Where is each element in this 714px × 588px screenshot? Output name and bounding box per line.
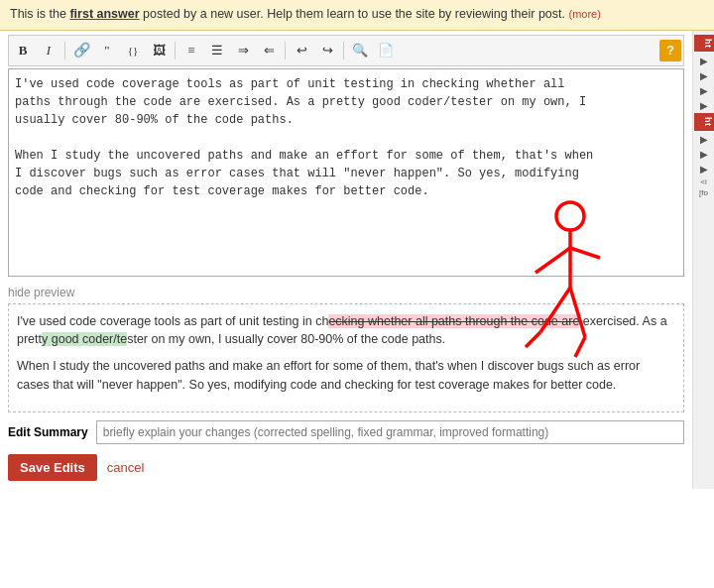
cancel-link[interactable]: cancel: [107, 460, 145, 475]
content-wrapper: B I 🔗 " {} 🖼 ≡ ☰ ⇒ ⇐ ↩ ↪ 🔍 📄 ? I've used…: [0, 31, 714, 489]
sidebar-arrow-3[interactable]: ▶: [695, 83, 713, 97]
preview-p1-strikethrough: ecking whether all paths through the cod…: [328, 314, 579, 328]
sidebar-arrow-7[interactable]: ▶: [695, 163, 713, 176]
sidebar-text-1: <i: [700, 177, 706, 186]
toolbar-separator-4: [343, 42, 344, 59]
preview-paragraph-1: I've used code coverage tools as part of…: [17, 312, 675, 350]
preview-p1-end: ster on my own, I usually cover 80-90% o…: [127, 332, 445, 346]
sidebar-arrow-2[interactable]: ▶: [695, 68, 713, 82]
search-button[interactable]: 🔍: [348, 40, 372, 61]
document-button[interactable]: 📄: [374, 40, 398, 61]
toolbar-separator-3: [285, 42, 286, 59]
sidebar-arrow-5[interactable]: ▶: [695, 133, 713, 147]
action-row: Save Edits cancel: [8, 454, 684, 481]
preview-area: I've used code coverage tools as part of…: [8, 303, 684, 412]
code-button[interactable]: {}: [121, 40, 145, 61]
bold-button[interactable]: B: [11, 40, 35, 61]
italic-button[interactable]: I: [37, 40, 60, 61]
redo-button[interactable]: ↪: [315, 40, 339, 61]
sidebar-tab-2[interactable]: ht: [694, 113, 714, 131]
preview-paragraph-2: When I study the uncovered paths and mak…: [17, 357, 675, 395]
sidebar-arrow-1[interactable]: ▶: [695, 54, 713, 67]
link-button[interactable]: 🔗: [69, 40, 93, 61]
sidebar-text-2: [fo: [699, 188, 708, 197]
save-edits-button[interactable]: Save Edits: [8, 454, 97, 481]
more-link[interactable]: (more): [569, 8, 601, 20]
quote-button[interactable]: ": [95, 40, 119, 61]
preview-p1-start: I've used code coverage tools as part of…: [17, 314, 328, 328]
notice-bar: This is the first answer posted by a new…: [0, 0, 714, 31]
indent-button[interactable]: ⇒: [231, 40, 255, 61]
preview-p1-highlight: y good coder/te: [42, 332, 127, 346]
editor-textarea[interactable]: I've used code coverage tools as part of…: [8, 68, 684, 277]
sidebar-arrow-4[interactable]: ▶: [695, 98, 713, 112]
sidebar-right: ht ▶ ▶ ▶ ▶ ht ▶ ▶ ▶ <i [fo: [692, 31, 714, 489]
hide-preview-toggle[interactable]: hide preview: [8, 286, 684, 299]
notice-text-before: This is the: [10, 7, 69, 21]
edit-summary-row: Edit Summary: [8, 420, 684, 444]
editor-toolbar: B I 🔗 " {} 🖼 ≡ ☰ ⇒ ⇐ ↩ ↪ 🔍 📄 ?: [8, 35, 684, 66]
unordered-list-button[interactable]: ☰: [205, 40, 229, 61]
notice-text-after: posted by a new user. Help them learn to…: [140, 7, 565, 21]
editor-body: B I 🔗 " {} 🖼 ≡ ☰ ⇒ ⇐ ↩ ↪ 🔍 📄 ? I've used…: [0, 31, 692, 489]
sidebar-arrow-6[interactable]: ▶: [695, 148, 713, 162]
toolbar-separator-1: [64, 42, 65, 59]
sidebar-tab-1[interactable]: ht: [694, 35, 714, 53]
image-button[interactable]: 🖼: [147, 40, 171, 61]
edit-summary-label: Edit Summary: [8, 425, 88, 439]
undo-button[interactable]: ↩: [290, 40, 313, 61]
outdent-button[interactable]: ⇐: [257, 40, 281, 61]
help-button[interactable]: ?: [659, 40, 681, 61]
edit-summary-input[interactable]: [96, 420, 684, 444]
toolbar-separator-2: [175, 42, 176, 59]
ordered-list-button[interactable]: ≡: [179, 40, 203, 61]
notice-bold-text: first answer: [69, 7, 139, 21]
